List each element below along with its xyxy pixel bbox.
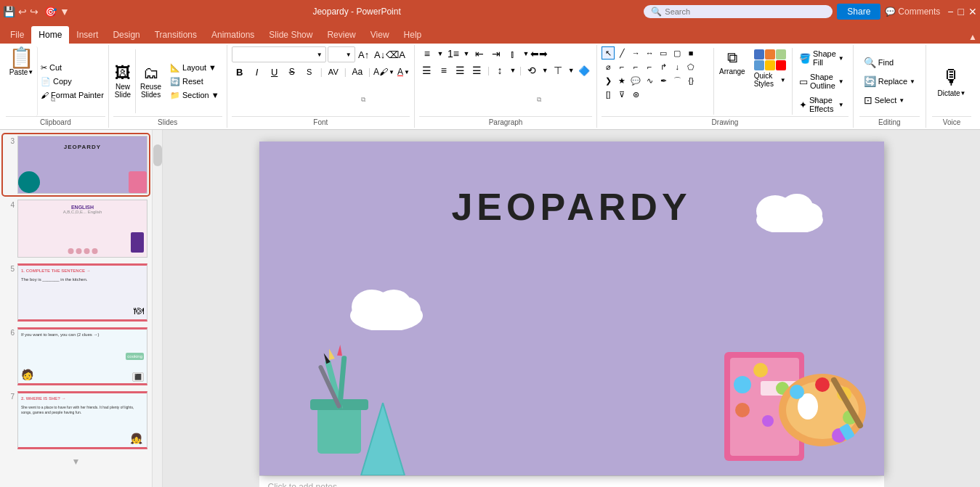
right-angle-tool[interactable]: ⌐ (629, 60, 642, 73)
align-text-button[interactable]: ⊤ (550, 63, 566, 78)
font-size-selector[interactable]: ▼ (328, 46, 355, 62)
decrease-indent-button[interactable]: ⇤ (471, 46, 487, 61)
tab-view[interactable]: View (363, 26, 397, 44)
columns-button[interactable]: ⫿ (505, 46, 521, 61)
comments-button[interactable]: 💬 Comments (885, 7, 940, 17)
svg-point-26 (735, 403, 750, 417)
cut-button[interactable]: ✂ Cut (39, 62, 105, 74)
slide-item-4[interactable]: 4 ENGLISH A,B,C,D,E... English (3, 198, 149, 259)
increase-indent-button[interactable]: ⇥ (488, 46, 504, 61)
double-arrow-tool[interactable]: ↔ (643, 46, 656, 60)
down-arrow-tool[interactable]: ↓ (671, 60, 684, 73)
find-button[interactable]: 🔍 Find (859, 54, 920, 70)
tab-file[interactable]: File (3, 26, 31, 44)
svg-point-32 (815, 377, 830, 392)
format-painter-button[interactable]: 🖌 Format Painter (39, 89, 105, 101)
bullets-button[interactable]: ≡ (419, 46, 435, 61)
tab-home[interactable]: Home (31, 26, 69, 44)
rect-tool[interactable]: ▭ (657, 46, 670, 60)
tab-design[interactable]: Design (105, 26, 147, 44)
numbering-button[interactable]: 1≡ (445, 46, 461, 61)
left-scrollbar[interactable] (153, 130, 163, 487)
cylinder-tool[interactable]: ⌀ (602, 60, 615, 73)
align-right-button[interactable]: ☰ (453, 63, 469, 78)
text-direction-dropdown[interactable]: ▼ (540, 63, 549, 78)
callout-tool[interactable]: 💬 (629, 74, 642, 87)
rtl-ltr-button[interactable]: ⬅➡ (531, 46, 547, 61)
align-text-dropdown[interactable]: ▼ (567, 63, 575, 78)
shape-fill-button[interactable]: 🪣 Shape Fill ▼ (796, 48, 847, 68)
reuse-slides-button[interactable]: 🗂 ReuseSlides (139, 62, 163, 100)
curve-tool[interactable]: ⌒ (671, 74, 684, 87)
replace-button[interactable]: 🔄 Replace ▼ (859, 73, 920, 89)
numbering-dropdown[interactable]: ▼ (462, 46, 471, 61)
new-slide-button[interactable]: 🖼 NewSlide (113, 62, 132, 100)
layout-button[interactable]: 📐 Layout ▼ (167, 62, 222, 74)
tab-help[interactable]: Help (397, 26, 429, 44)
section-button[interactable]: 📁 Section ▼ (167, 89, 222, 102)
freeform-tool[interactable]: ✒ (657, 74, 670, 87)
pentagon-tool[interactable]: ⬠ (684, 60, 697, 73)
wave-tool[interactable]: ∿ (643, 74, 656, 87)
dictate-button[interactable]: 🎙 Dictate ▼ (934, 62, 968, 100)
align-left-button[interactable]: ☰ (419, 63, 435, 78)
justify-button[interactable]: ☰ (469, 63, 485, 78)
strikethrough-button[interactable]: S (284, 65, 300, 79)
tab-insert[interactable]: Insert (69, 26, 105, 44)
slide-item-6[interactable]: 6 If you want to learn, you can (2 clues… (3, 326, 149, 387)
arrange-button[interactable]: ⧉ Arrange (716, 46, 748, 78)
underline-button[interactable]: U (267, 65, 283, 79)
bent-arrow-tool[interactable]: ↱ (657, 60, 670, 73)
copy-button[interactable]: 📄 Copy (39, 75, 105, 88)
align-center-button[interactable]: ≡ (436, 63, 452, 78)
font-case-button[interactable]: Aa (349, 65, 365, 79)
shape-outline-button[interactable]: ▭ Shape Outline ▼ (796, 71, 847, 91)
slide-canvas[interactable]: JEOPARDY (259, 142, 884, 475)
elbow-arrow-tool[interactable]: ⌐ (615, 60, 628, 73)
tab-slideshow[interactable]: Slide Show (262, 26, 320, 44)
slide-item-7[interactable]: 7 2. WHERE IS SHE? → She went to a place… (3, 390, 149, 451)
slide-item-3[interactable]: 3 JEOPARDY (3, 134, 149, 195)
elbow-connector-tool[interactable]: ⌐ (643, 60, 656, 73)
slide-item-5[interactable]: 5 1. COMPLETE THE SENTENCE → The boy is … (3, 262, 149, 323)
bullets-dropdown[interactable]: ▼ (436, 46, 445, 61)
font-name-selector[interactable]: ▼ (232, 46, 326, 62)
cursor-tool[interactable]: ↖ (602, 46, 615, 60)
square-tool[interactable]: ■ (684, 46, 697, 60)
text-direction-button[interactable]: ⟲ (524, 63, 540, 78)
highlight-color-button[interactable]: A🖌 (373, 67, 388, 77)
decrease-font-button[interactable]: A↓ (373, 47, 387, 62)
columns-dropdown[interactable]: ▼ (522, 46, 530, 61)
select-button[interactable]: ⊡ Select ▼ (859, 92, 920, 108)
bold-button[interactable]: B (232, 65, 248, 79)
tab-transitions[interactable]: Transitions (147, 26, 204, 44)
brace-tool[interactable]: [] (602, 88, 615, 101)
share-button[interactable]: Share (837, 4, 880, 20)
bracket-tool[interactable]: {} (684, 74, 697, 87)
quick-styles-button[interactable]: Quick Styles ▼ (751, 46, 789, 91)
funnel-tool[interactable]: ⊽ (615, 88, 628, 101)
search-bar[interactable]: 🔍 (644, 5, 833, 18)
chevron-tool[interactable]: ❯ (602, 74, 615, 87)
rounded-rect-tool[interactable]: ▢ (671, 46, 684, 60)
star-tool[interactable]: ★ (615, 74, 628, 87)
paste-button[interactable]: 📋 Paste ▼ (6, 46, 38, 116)
line-spacing-button[interactable]: ↕ (492, 63, 508, 78)
reset-button[interactable]: 🔄 Reset (167, 75, 222, 88)
notes-bar[interactable]: Click to add notes (259, 475, 884, 487)
arrow-tool[interactable]: → (629, 46, 642, 60)
line-spacing-dropdown[interactable]: ▼ (509, 63, 517, 78)
more-shapes-button[interactable]: ⊛ (629, 88, 642, 101)
shape-effects-button[interactable]: ✦ Shape Effects ▼ (796, 94, 847, 115)
increase-font-button[interactable]: A↑ (357, 47, 371, 62)
smartart-button[interactable]: 🔷 (576, 63, 592, 78)
italic-button[interactable]: I (249, 65, 265, 79)
clear-format-button[interactable]: ⌫A (389, 47, 403, 62)
character-spacing-button[interactable]: AV (325, 65, 341, 79)
search-input[interactable] (665, 7, 810, 16)
text-shadow-button[interactable]: S (301, 65, 317, 79)
font-color-button[interactable]: A (397, 67, 403, 77)
tab-animations[interactable]: Animations (204, 26, 262, 44)
tab-review[interactable]: Review (320, 26, 363, 44)
line-tool[interactable]: ╱ (615, 46, 628, 60)
